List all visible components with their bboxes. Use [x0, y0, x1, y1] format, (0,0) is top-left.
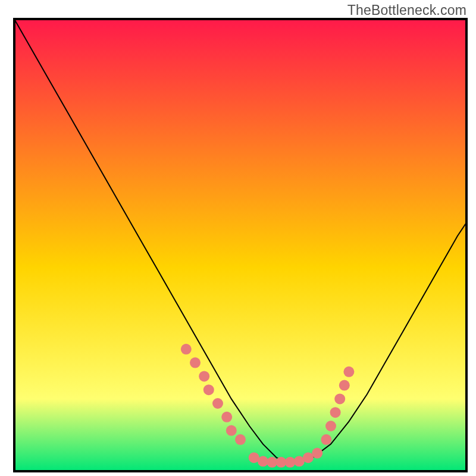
- watermark-text: TheBottleneck.com: [347, 2, 466, 18]
- right-cluster-dots: [325, 421, 336, 431]
- trough-dots: [312, 448, 322, 459]
- gradient-background: [14, 19, 466, 471]
- left-cluster-dots: [181, 344, 192, 355]
- right-cluster-dots: [334, 393, 345, 404]
- left-cluster-dots: [226, 425, 237, 436]
- left-cluster-dots: [199, 371, 209, 381]
- right-cluster-dots: [321, 434, 331, 445]
- right-cluster-dots: [343, 367, 354, 377]
- chart-container: { "watermark": "TheBottleneck.com", "cha…: [0, 0, 476, 476]
- left-cluster-dots: [190, 358, 201, 368]
- left-cluster-dots: [221, 412, 232, 422]
- right-cluster-dots: [339, 380, 350, 391]
- left-cluster-dots: [203, 384, 214, 395]
- chart-svg: [0, 0, 476, 476]
- trough-dots: [258, 456, 268, 466]
- trough-dots: [285, 457, 296, 468]
- left-cluster-dots: [235, 434, 246, 445]
- left-cluster-dots: [212, 398, 223, 409]
- right-cluster-dots: [330, 407, 341, 418]
